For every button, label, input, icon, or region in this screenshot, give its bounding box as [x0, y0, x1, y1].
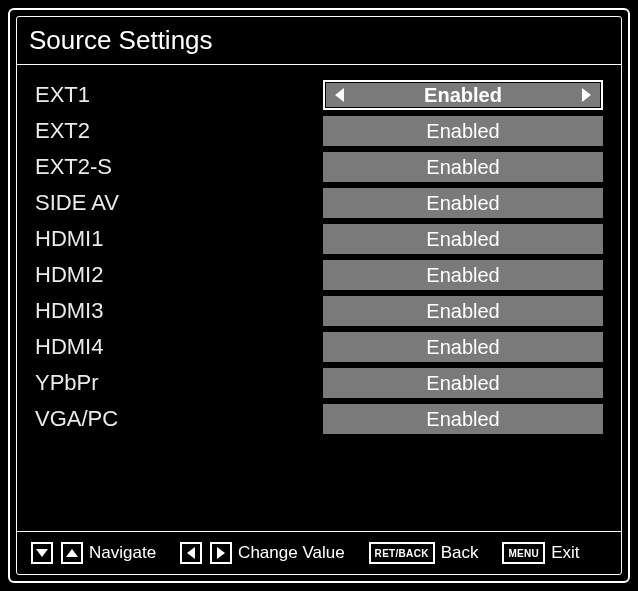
retback-key-icon: RET/BACK	[369, 542, 435, 564]
inner-frame: Source Settings EXT1EnabledEXT2EnabledEX…	[16, 16, 622, 575]
source-label: SIDE AV	[35, 190, 323, 216]
footer-hints: Navigate Change Value RET/BACK Back MENU…	[17, 531, 621, 574]
left-key-icon	[180, 542, 202, 564]
hint-exit-label: Exit	[551, 543, 579, 563]
source-value-selector[interactable]: Enabled	[323, 188, 603, 218]
source-label: EXT2-S	[35, 154, 323, 180]
source-value-selector[interactable]: Enabled	[323, 80, 603, 110]
title-bar: Source Settings	[17, 17, 621, 65]
source-value-selector[interactable]: Enabled	[323, 332, 603, 362]
source-value: Enabled	[426, 336, 499, 359]
hint-navigate: Navigate	[31, 542, 156, 564]
source-label: EXT1	[35, 82, 323, 108]
source-row[interactable]: YPbPrEnabled	[35, 365, 603, 401]
source-value: Enabled	[426, 192, 499, 215]
page-title: Source Settings	[29, 25, 609, 56]
hint-change-value: Change Value	[180, 542, 345, 564]
source-value: Enabled	[426, 228, 499, 251]
down-key-icon	[31, 542, 53, 564]
source-label: HDMI2	[35, 262, 323, 288]
hint-back: RET/BACK Back	[369, 542, 479, 564]
hint-change-value-label: Change Value	[238, 543, 345, 563]
source-label: EXT2	[35, 118, 323, 144]
source-value: Enabled	[424, 84, 502, 107]
hint-exit: MENU Exit	[502, 542, 579, 564]
source-row[interactable]: VGA/PCEnabled	[35, 401, 603, 437]
source-value: Enabled	[426, 300, 499, 323]
source-value: Enabled	[426, 372, 499, 395]
source-value: Enabled	[426, 408, 499, 431]
source-row[interactable]: SIDE AVEnabled	[35, 185, 603, 221]
outer-frame: Source Settings EXT1EnabledEXT2EnabledEX…	[8, 8, 630, 583]
hint-navigate-label: Navigate	[89, 543, 156, 563]
source-row[interactable]: HDMI4Enabled	[35, 329, 603, 365]
source-row[interactable]: EXT1Enabled	[35, 77, 603, 113]
source-value-selector[interactable]: Enabled	[323, 368, 603, 398]
source-label: HDMI3	[35, 298, 323, 324]
source-value-selector[interactable]: Enabled	[323, 224, 603, 254]
source-label: YPbPr	[35, 370, 323, 396]
up-key-icon	[61, 542, 83, 564]
source-value: Enabled	[426, 156, 499, 179]
source-label: HDMI1	[35, 226, 323, 252]
source-row[interactable]: EXT2-SEnabled	[35, 149, 603, 185]
source-value-selector[interactable]: Enabled	[323, 152, 603, 182]
hint-back-label: Back	[441, 543, 479, 563]
source-value: Enabled	[426, 120, 499, 143]
source-value: Enabled	[426, 264, 499, 287]
source-value-selector[interactable]: Enabled	[323, 404, 603, 434]
source-label: HDMI4	[35, 334, 323, 360]
source-value-selector[interactable]: Enabled	[323, 260, 603, 290]
source-row[interactable]: HDMI2Enabled	[35, 257, 603, 293]
chevron-left-icon[interactable]	[335, 88, 344, 102]
source-value-selector[interactable]: Enabled	[323, 296, 603, 326]
menu-key-icon: MENU	[502, 542, 545, 564]
source-label: VGA/PC	[35, 406, 323, 432]
chevron-right-icon[interactable]	[582, 88, 591, 102]
right-key-icon	[210, 542, 232, 564]
source-value-selector[interactable]: Enabled	[323, 116, 603, 146]
source-row[interactable]: HDMI3Enabled	[35, 293, 603, 329]
source-row[interactable]: HDMI1Enabled	[35, 221, 603, 257]
source-list: EXT1EnabledEXT2EnabledEXT2-SEnabledSIDE …	[17, 65, 621, 531]
source-row[interactable]: EXT2Enabled	[35, 113, 603, 149]
